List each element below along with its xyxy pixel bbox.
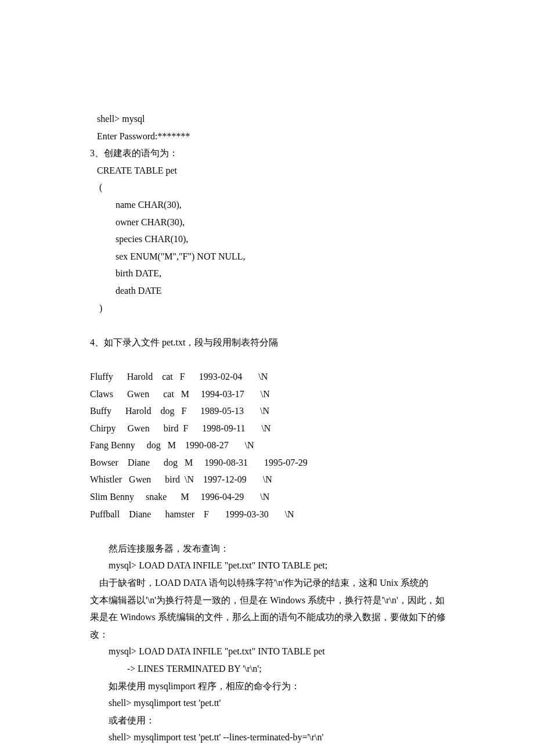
blank-line: [90, 316, 444, 334]
document-page: shell> mysql Enter Password:******* 3、创建…: [0, 0, 534, 756]
data-row: Chirpy Gwen bird F 1998-09-11 \N: [90, 420, 444, 437]
code-line: ): [90, 300, 444, 317]
text-line: 如果使用 mysqlimport 程序，相应的命令行为：: [90, 678, 444, 695]
paragraph-line: 改：: [90, 626, 444, 643]
code-line: mysql> LOAD DATA INFILE "pet.txt" INTO T…: [90, 643, 444, 660]
paragraph-line: 文本编辑器以'\n'为换行符是一致的，但是在 Windows 系统中，换行符是'…: [90, 592, 444, 609]
data-row: Claws Gwen cat M 1994-03-17 \N: [90, 386, 444, 403]
code-line: CREATE TABLE pet: [90, 162, 444, 179]
data-row: Fang Benny dog M 1990-08-27 \N: [90, 437, 444, 454]
data-row: Bowser Diane dog M 1990-08-31 1995-07-29: [90, 454, 444, 471]
data-row: Fluffy Harold cat F 1993-02-04 \N: [90, 368, 444, 386]
data-row: Slim Benny snake M 1996-04-29 \N: [90, 488, 444, 506]
blank-line: [90, 351, 444, 368]
code-line: Enter Password:*******: [90, 128, 444, 145]
paragraph-line: 果是在 Windows 系统编辑的文件，那么上面的语句不能成功的录入数据，要做如…: [90, 609, 444, 626]
data-row: Whistler Gwen bird \N 1997-12-09 \N: [90, 471, 444, 488]
data-row: Buffy Harold dog F 1989-05-13 \N: [90, 402, 444, 420]
code-line: shell> mysqlimport test 'pet.tt': [90, 694, 444, 712]
text-line: 3、创建表的语句为：: [90, 145, 444, 162]
code-line: -> LINES TERMINATED BY '\r\n';: [90, 660, 444, 678]
code-line: owner CHAR(30),: [90, 214, 444, 231]
code-line: species CHAR(10),: [90, 231, 444, 248]
code-line: name CHAR(30),: [90, 196, 444, 214]
text-line: 4、如下录入文件 pet.txt，段与段用制表符分隔: [90, 334, 444, 351]
code-line: death DATE: [90, 282, 444, 300]
code-line: sex ENUM("M","F") NOT NULL,: [90, 248, 444, 265]
code-line: mysql> LOAD DATA INFILE "pet.txt" INTO T…: [90, 557, 444, 574]
code-line: (: [90, 179, 444, 196]
blank-line: [90, 523, 444, 540]
code-line: shell> mysql: [90, 110, 444, 128]
code-line: shell> mysqlimport test 'pet.tt' --lines…: [90, 729, 444, 746]
data-row: Puffball Diane hamster F 1999-03-30 \N: [90, 506, 444, 523]
text-line: 然后连接服务器，发布查询：: [90, 540, 444, 557]
code-line: birth DATE,: [90, 265, 444, 282]
text-line: 或者使用：: [90, 712, 444, 729]
paragraph-line: 由于缺省时，LOAD DATA 语句以特殊字符'\n'作为记录的结束，这和 Un…: [90, 574, 444, 592]
